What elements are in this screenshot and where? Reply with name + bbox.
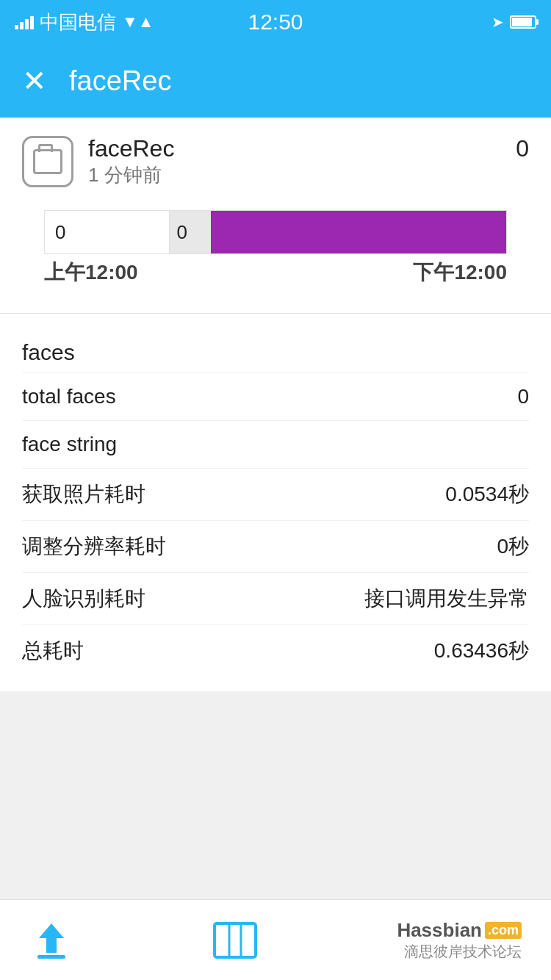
app-bar: ✕ faceRec [0, 44, 551, 118]
notification-time: 1 分钟前 [88, 162, 174, 188]
close-button[interactable]: ✕ [22, 64, 47, 98]
label-total-time: 总耗时 [22, 637, 84, 665]
chart-segment-2: 0 [170, 211, 212, 253]
chart-time-start: 上午12:00 [44, 259, 138, 287]
notification-count: 0 [516, 135, 529, 162]
bottom-bar: Hassbian .com 滴思彼岸技术论坛 [0, 899, 551, 980]
status-left: 中国电信 ▼▲ [15, 10, 154, 35]
app-icon [22, 136, 73, 187]
data-row-total-faces: total faces 0 [22, 372, 529, 420]
value-face-recog-time: 接口调用发生异常 [364, 585, 529, 613]
chart-bar: 0 0 [44, 210, 507, 254]
notification-card: faceRec 1 分钟前 0 0 0 [0, 118, 551, 314]
label-face-string: face string [22, 433, 117, 456]
data-row-face-string: face string [22, 420, 529, 468]
svg-rect-2 [215, 923, 256, 957]
value-photo-time: 0.0534秒 [445, 480, 529, 508]
notification-app-name: faceRec [88, 135, 174, 162]
brand-sub: 滴思彼岸技术论坛 [404, 942, 522, 962]
data-row-resolution-time: 调整分辨率耗时 0秒 [22, 520, 529, 572]
value-total-time: 0.63436秒 [434, 637, 529, 665]
hassbian-brand: Hassbian .com 滴思彼岸技术论坛 [397, 919, 522, 962]
content-area: faceRec 1 分钟前 0 0 0 [0, 118, 551, 980]
notification-header: faceRec 1 分钟前 0 [22, 135, 529, 188]
section-title: faces [22, 328, 529, 372]
label-resolution-time: 调整分辨率耗时 [22, 533, 166, 561]
upload-button[interactable] [29, 918, 73, 962]
battery-icon [510, 15, 536, 29]
upload-icon [32, 920, 71, 960]
status-time: 12:50 [248, 10, 303, 35]
chart-segment-1: 0 [45, 211, 170, 253]
value-resolution-time: 0秒 [497, 533, 529, 561]
label-face-recog-time: 人脸识别耗时 [22, 585, 145, 613]
brand-name: Hassbian [397, 919, 482, 942]
status-bar: 中国电信 ▼▲ 12:50 ➤ [0, 0, 551, 44]
label-total-faces: total faces [22, 385, 116, 408]
carrier-label: 中国电信 [40, 10, 116, 35]
app-bar-title: faceRec [69, 65, 171, 97]
svg-rect-1 [37, 955, 65, 959]
data-section: faces total faces 0 face string 获取照片耗时 0… [0, 314, 551, 691]
chart-time-end: 下午12:00 [413, 259, 507, 287]
brand-com: .com [485, 922, 522, 939]
signal-icon [15, 15, 34, 29]
notification-info: faceRec 1 分钟前 [88, 135, 174, 188]
app-icon-inner [33, 149, 62, 174]
value-total-faces: 0 [517, 385, 529, 408]
wifi-icon: ▼▲ [122, 12, 154, 32]
data-row-total-time: 总耗时 0.63436秒 [22, 624, 529, 677]
data-row-photo-time: 获取照片耗时 0.0534秒 [22, 468, 529, 520]
chart-bar-track: 0 0 [45, 211, 506, 253]
map-icon [213, 920, 257, 960]
svg-marker-0 [39, 923, 64, 953]
map-button[interactable] [213, 918, 257, 962]
notification-left: faceRec 1 分钟前 [22, 135, 174, 188]
chart-container: 0 0 上午12:00 下午12:00 [22, 203, 529, 298]
location-icon: ➤ [491, 13, 504, 31]
data-row-face-recog-time: 人脸识别耗时 接口调用发生异常 [22, 572, 529, 624]
chart-segment-3 [211, 211, 506, 253]
status-right: ➤ [491, 13, 536, 31]
label-photo-time: 获取照片耗时 [22, 480, 145, 508]
chart-time-labels: 上午12:00 下午12:00 [44, 254, 507, 291]
